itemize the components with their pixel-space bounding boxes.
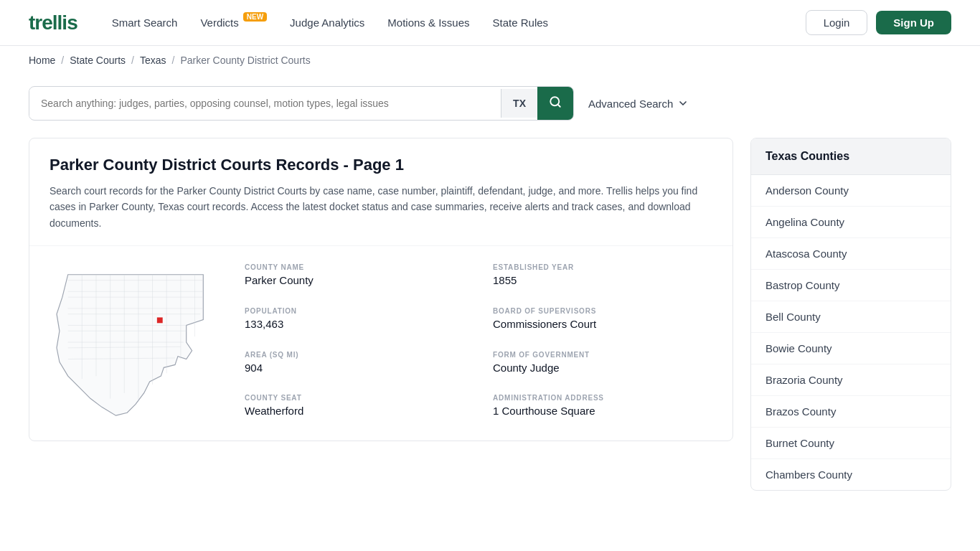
area-label: AREA (SQ MI) — [245, 351, 464, 359]
county-name-label: COUNTY NAME — [245, 263, 464, 271]
sidebar-item-burnet[interactable]: Burnet County — [751, 428, 951, 459]
county-name-value: Parker County — [245, 274, 464, 286]
board-label: BOARD OF SUPERVISORS — [493, 307, 712, 315]
board-group: BOARD OF SUPERVISORS Commissioners Court — [493, 307, 712, 336]
population-value: 133,463 — [245, 318, 464, 330]
breadcrumb-current: Parker County District Courts — [180, 55, 310, 66]
texas-map-svg — [50, 263, 222, 421]
sidebar-item-brazos[interactable]: Brazos County — [751, 396, 951, 428]
sidebar-item-bell[interactable]: Bell County — [751, 301, 951, 333]
sidebar-item-bowie[interactable]: Bowie County — [751, 333, 951, 364]
sidebar-header: Texas Counties — [751, 138, 951, 175]
breadcrumb-state-courts[interactable]: State Courts — [70, 55, 126, 66]
breadcrumb: Home / State Courts / Texas / Parker Cou… — [0, 46, 980, 75]
sidebar-item-bastrop[interactable]: Bastrop County — [751, 270, 951, 301]
nav-judge-analytics[interactable]: Judge Analytics — [290, 17, 364, 29]
header: trellis Smart Search Verdicts NEW Judge … — [0, 0, 980, 46]
svg-line-1 — [557, 104, 560, 106]
breadcrumb-home[interactable]: Home — [29, 55, 55, 66]
established-year-group: ESTABLISHED YEAR 1855 — [493, 263, 712, 293]
content-description: Search court records for the Parker Coun… — [50, 183, 712, 231]
signup-button[interactable]: Sign Up — [876, 11, 951, 34]
advanced-search-button[interactable]: Advanced Search — [588, 98, 689, 110]
header-left: trellis Smart Search Verdicts NEW Judge … — [29, 11, 548, 34]
sidebar-item-brazoria[interactable]: Brazoria County — [751, 364, 951, 396]
main-layout: Parker County District Courts Records - … — [0, 138, 980, 519]
nav-state-rules[interactable]: State Rules — [493, 17, 549, 29]
nav-verdicts[interactable]: Verdicts NEW — [200, 17, 267, 29]
sidebar-item-atascosa[interactable]: Atascosa County — [751, 238, 951, 270]
search-wrapper: TX — [29, 86, 574, 121]
admin-address-label: ADMINISTRATION ADDRESS — [493, 394, 712, 402]
form-gov-value: County Judge — [493, 362, 712, 374]
county-marker — [157, 318, 163, 324]
state-selector[interactable]: TX — [501, 89, 537, 118]
county-seat-group: COUNTY SEAT Weatherford — [245, 394, 464, 423]
form-gov-label: FORM OF GOVERNMENT — [493, 351, 712, 359]
content-header: Parker County District Courts Records - … — [29, 138, 732, 245]
county-details: COUNTY NAME Parker County ESTABLISHED YE… — [245, 263, 712, 423]
sidebar-item-chambers[interactable]: Chambers County — [751, 459, 951, 490]
logo[interactable]: trellis — [29, 11, 77, 34]
admin-address-group: ADMINISTRATION ADDRESS 1 Courthouse Squa… — [493, 394, 712, 423]
area-group: AREA (SQ MI) 904 — [245, 351, 464, 380]
population-label: POPULATION — [245, 307, 464, 315]
county-info: COUNTY NAME Parker County ESTABLISHED YE… — [29, 245, 732, 441]
header-right: Login Sign Up — [806, 10, 951, 35]
county-seat-value: Weatherford — [245, 405, 464, 417]
sidebar-item-anderson[interactable]: Anderson County — [751, 175, 951, 207]
nav-motions-issues[interactable]: Motions & Issues — [387, 17, 469, 29]
chevron-down-icon — [677, 98, 689, 109]
sidebar: Texas Counties Anderson County Angelina … — [750, 138, 951, 491]
login-button[interactable]: Login — [806, 10, 868, 35]
county-name-group: COUNTY NAME Parker County — [245, 263, 464, 293]
admin-address-value: 1 Courthouse Square — [493, 405, 712, 417]
area-value: 904 — [245, 362, 464, 374]
population-group: POPULATION 133,463 — [245, 307, 464, 336]
search-section: TX Advanced Search — [0, 75, 980, 138]
content-area: Parker County District Courts Records - … — [29, 138, 733, 441]
county-map — [50, 263, 222, 423]
breadcrumb-sep-2: / — [131, 55, 134, 66]
page-title: Parker County District Courts Records - … — [50, 156, 712, 174]
verdicts-badge: NEW — [243, 12, 267, 22]
breadcrumb-sep-1: / — [61, 55, 64, 66]
main-nav: Smart Search Verdicts NEW Judge Analytic… — [112, 17, 548, 29]
sidebar-item-angelina[interactable]: Angelina County — [751, 207, 951, 238]
nav-smart-search[interactable]: Smart Search — [112, 17, 178, 29]
search-icon — [549, 95, 562, 108]
form-gov-group: FORM OF GOVERNMENT County Judge — [493, 351, 712, 380]
search-input[interactable] — [29, 89, 501, 118]
county-seat-label: COUNTY SEAT — [245, 394, 464, 402]
breadcrumb-sep-3: / — [172, 55, 175, 66]
established-year-label: ESTABLISHED YEAR — [493, 263, 712, 271]
search-button[interactable] — [537, 87, 573, 120]
breadcrumb-texas[interactable]: Texas — [140, 55, 166, 66]
board-value: Commissioners Court — [493, 318, 712, 330]
established-year-value: 1855 — [493, 274, 712, 286]
